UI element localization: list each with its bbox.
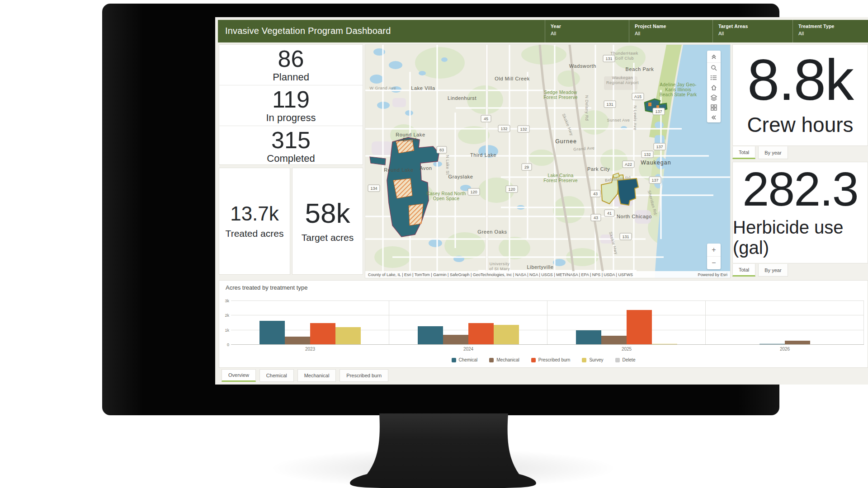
target-acres-card: 58k Target acres	[292, 168, 363, 275]
route-shield-A15: A15	[632, 93, 644, 100]
svg-text:120: 120	[508, 187, 515, 192]
collapse-left-icon[interactable]	[707, 113, 721, 122]
crew-hours-value: 8.8k	[747, 53, 853, 107]
legend-swatch	[615, 358, 620, 362]
route-shield-41: 41	[604, 210, 614, 216]
filter-treatment-type[interactable]: Treatment Type All	[793, 20, 868, 42]
zoom-out-button[interactable]: −	[707, 257, 721, 269]
filter-project-name[interactable]: Project Name All	[629, 20, 712, 42]
map-label: Lake Villa	[411, 85, 435, 91]
map-label: Avon	[420, 165, 432, 171]
bar-prescribed-burn-2025	[627, 310, 652, 344]
map-label: Universityof St Mary	[489, 262, 510, 271]
route-shield-120: 120	[506, 186, 518, 192]
map-label: Libertyville	[527, 264, 553, 270]
route-shield-83: 83	[437, 146, 447, 153]
map-zoom-control: +−	[707, 244, 721, 269]
map-label: Lindenhurst	[448, 95, 476, 101]
legend-item-mechanical: Mechanical	[489, 357, 519, 362]
bar-survey-2024	[494, 325, 519, 344]
bar-chemical-2023	[259, 321, 285, 344]
herbicide-tab-total[interactable]: Total	[732, 264, 755, 277]
svg-text:137: 137	[651, 178, 658, 183]
route-shield-45: 45	[481, 115, 491, 122]
route-shield-132: 132	[518, 126, 529, 132]
route-shield-A22: A22	[623, 161, 634, 168]
monitor-bezel: Invasive Vegetation Program Dashboard Ye…	[102, 4, 779, 415]
map-label: Beach Park	[626, 66, 654, 72]
map-label: Lake CarinaForest Preserve	[543, 173, 578, 183]
target-acres-value: 58k	[305, 200, 350, 227]
dashboard-tab-chemical[interactable]: Chemical	[259, 369, 294, 382]
map-label: N Lake St	[445, 155, 450, 175]
dashboard-tab-overview[interactable]: Overview	[222, 369, 256, 382]
crew-hours-tab-by-year[interactable]: By year	[758, 146, 788, 159]
x-axis-label: 2024	[389, 347, 547, 352]
svg-text:41: 41	[607, 211, 612, 216]
dashboard-tab-prescribed-burn[interactable]: Prescribed burn	[340, 369, 388, 382]
chart-panel: Acres treated by treatment type 3k2k1k0 …	[219, 280, 868, 368]
search-icon[interactable]	[707, 63, 721, 73]
layers-icon[interactable]	[707, 93, 721, 103]
svg-text:137: 137	[655, 109, 662, 114]
route-shield-132: 132	[498, 125, 510, 132]
map-label: Wadsworth	[569, 63, 596, 69]
stat-completed: 315 Completed	[219, 126, 363, 166]
filter-label: Target Areas	[718, 23, 793, 29]
svg-text:131: 131	[622, 235, 629, 239]
svg-text:132: 132	[500, 127, 507, 131]
map-label: N Delany Rd	[585, 95, 589, 121]
legend-item-chemical: Chemical	[452, 357, 478, 362]
crew-hours-label: Crew hours	[747, 113, 853, 137]
x-axis-label: 2026	[706, 347, 864, 352]
legend-label: Mechanical	[496, 357, 519, 362]
map-canvas[interactable]: Lake VillaW Grand AveLindenhurstOld Mill…	[365, 45, 731, 278]
filter-target-areas[interactable]: Target Areas All	[712, 20, 793, 42]
map-label: Grayslake	[448, 174, 473, 179]
filter-label: Treatment Type	[798, 23, 868, 29]
basemap-icon[interactable]	[707, 103, 721, 113]
legend-swatch	[582, 358, 586, 362]
collapse-up-icon[interactable]	[707, 51, 721, 63]
svg-text:132: 132	[520, 127, 527, 131]
svg-text:43: 43	[594, 216, 598, 220]
map-label: Waukegan	[641, 160, 671, 166]
crew-hours-card: 8.8k Crew hours	[732, 44, 868, 146]
map-panel[interactable]: Lake VillaW Grand AveLindenhurstOld Mill…	[365, 44, 731, 278]
chart-group-2025	[547, 300, 706, 344]
stat-planned-label: Planned	[273, 71, 309, 83]
map-label: Park City	[587, 166, 610, 172]
bar-survey-2023	[335, 327, 361, 344]
chart-group-2026	[706, 300, 864, 344]
bar-chemical-2024	[418, 326, 443, 344]
dashboard-header: Invasive Vegetation Program Dashboard Ye…	[218, 20, 868, 42]
svg-text:132: 132	[644, 152, 651, 157]
map-label: Old Mill Creek	[495, 76, 529, 81]
stat-in-progress-value: 119	[272, 88, 310, 111]
legend-label: Chemical	[459, 357, 478, 362]
legend-icon[interactable]	[707, 73, 721, 83]
chart-plot-area: 3k2k1k0	[231, 300, 864, 345]
home-icon[interactable]	[707, 83, 721, 93]
treated-acres-value: 13.7k	[230, 204, 279, 224]
filter-year[interactable]: Year All	[545, 20, 629, 42]
legend-swatch	[452, 358, 456, 362]
herbicide-tab-by-year[interactable]: By year	[758, 264, 788, 277]
map-label: North Chicago	[617, 214, 652, 219]
target-acres-label: Target acres	[302, 232, 354, 243]
map-label: Gurnee	[555, 138, 577, 145]
legend-label: Delete	[623, 357, 636, 362]
monitor-stand	[344, 413, 542, 488]
dashboard-tab-mechanical[interactable]: Mechanical	[297, 369, 336, 382]
chart-title: Acres treated by treatment type	[226, 284, 307, 291]
bar-survey-2025	[652, 344, 677, 344]
map-toolbar	[707, 51, 721, 122]
legend-item-survey: Survey	[582, 357, 603, 362]
chart-group-2023	[231, 300, 389, 344]
crew-hours-tab-total[interactable]: Total	[732, 146, 755, 159]
zoom-in-button[interactable]: +	[707, 244, 721, 257]
chart-x-axis-labels: 2023202420252026	[231, 347, 864, 352]
dashboard-tab-bar: OverviewChemicalMechanicalPrescribed bur…	[222, 369, 388, 382]
treated-acres-label: Treated acres	[226, 228, 284, 239]
legend-item-prescribed-burn: Prescribed burn	[531, 357, 571, 362]
